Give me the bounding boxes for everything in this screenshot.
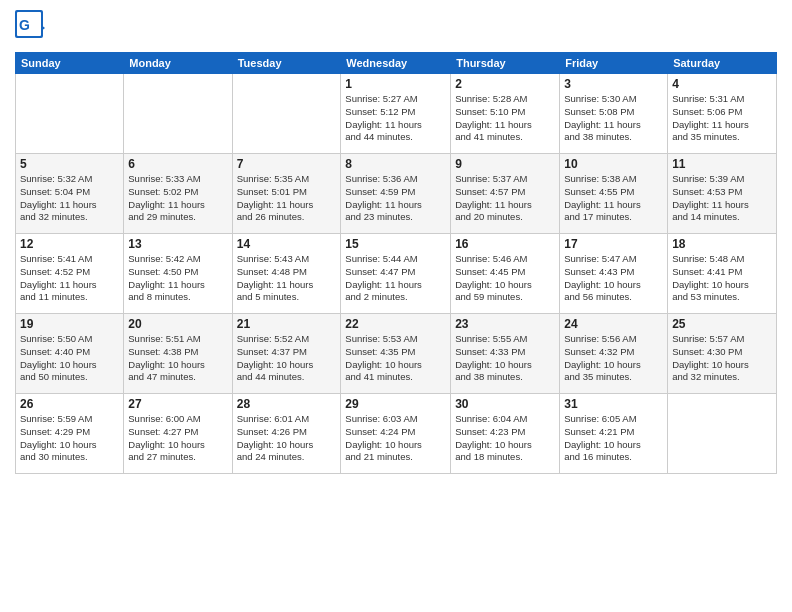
day-cell: 12Sunrise: 5:41 AM Sunset: 4:52 PM Dayli… (16, 234, 124, 314)
day-info: Sunrise: 5:42 AM Sunset: 4:50 PM Dayligh… (128, 253, 227, 304)
calendar-table: SundayMondayTuesdayWednesdayThursdayFrid… (15, 52, 777, 474)
day-number: 16 (455, 237, 555, 251)
header: G (15, 10, 777, 46)
day-info: Sunrise: 5:37 AM Sunset: 4:57 PM Dayligh… (455, 173, 555, 224)
day-number: 24 (564, 317, 663, 331)
day-number: 18 (672, 237, 772, 251)
day-cell: 20Sunrise: 5:51 AM Sunset: 4:38 PM Dayli… (124, 314, 232, 394)
day-number: 5 (20, 157, 119, 171)
day-number: 29 (345, 397, 446, 411)
day-info: Sunrise: 5:43 AM Sunset: 4:48 PM Dayligh… (237, 253, 337, 304)
header-day-friday: Friday (560, 53, 668, 74)
day-cell: 14Sunrise: 5:43 AM Sunset: 4:48 PM Dayli… (232, 234, 341, 314)
week-row-5: 26Sunrise: 5:59 AM Sunset: 4:29 PM Dayli… (16, 394, 777, 474)
day-info: Sunrise: 5:50 AM Sunset: 4:40 PM Dayligh… (20, 333, 119, 384)
day-info: Sunrise: 5:53 AM Sunset: 4:35 PM Dayligh… (345, 333, 446, 384)
day-cell: 16Sunrise: 5:46 AM Sunset: 4:45 PM Dayli… (451, 234, 560, 314)
week-row-2: 5Sunrise: 5:32 AM Sunset: 5:04 PM Daylig… (16, 154, 777, 234)
day-cell: 22Sunrise: 5:53 AM Sunset: 4:35 PM Dayli… (341, 314, 451, 394)
day-number: 27 (128, 397, 227, 411)
day-number: 11 (672, 157, 772, 171)
day-cell: 26Sunrise: 5:59 AM Sunset: 4:29 PM Dayli… (16, 394, 124, 474)
day-cell: 6Sunrise: 5:33 AM Sunset: 5:02 PM Daylig… (124, 154, 232, 234)
day-info: Sunrise: 5:56 AM Sunset: 4:32 PM Dayligh… (564, 333, 663, 384)
calendar-body: 1Sunrise: 5:27 AM Sunset: 5:12 PM Daylig… (16, 74, 777, 474)
day-info: Sunrise: 5:39 AM Sunset: 4:53 PM Dayligh… (672, 173, 772, 224)
day-number: 17 (564, 237, 663, 251)
day-cell: 5Sunrise: 5:32 AM Sunset: 5:04 PM Daylig… (16, 154, 124, 234)
day-info: Sunrise: 6:01 AM Sunset: 4:26 PM Dayligh… (237, 413, 337, 464)
day-number: 10 (564, 157, 663, 171)
day-cell: 13Sunrise: 5:42 AM Sunset: 4:50 PM Dayli… (124, 234, 232, 314)
day-number: 7 (237, 157, 337, 171)
header-row: SundayMondayTuesdayWednesdayThursdayFrid… (16, 53, 777, 74)
day-cell: 4Sunrise: 5:31 AM Sunset: 5:06 PM Daylig… (668, 74, 777, 154)
header-day-saturday: Saturday (668, 53, 777, 74)
day-cell: 21Sunrise: 5:52 AM Sunset: 4:37 PM Dayli… (232, 314, 341, 394)
day-number: 22 (345, 317, 446, 331)
day-info: Sunrise: 5:51 AM Sunset: 4:38 PM Dayligh… (128, 333, 227, 384)
day-info: Sunrise: 5:38 AM Sunset: 4:55 PM Dayligh… (564, 173, 663, 224)
day-number: 1 (345, 77, 446, 91)
week-row-3: 12Sunrise: 5:41 AM Sunset: 4:52 PM Dayli… (16, 234, 777, 314)
day-number: 31 (564, 397, 663, 411)
day-cell: 17Sunrise: 5:47 AM Sunset: 4:43 PM Dayli… (560, 234, 668, 314)
day-number: 13 (128, 237, 227, 251)
day-info: Sunrise: 5:47 AM Sunset: 4:43 PM Dayligh… (564, 253, 663, 304)
page-container: G SundayMondayTuesdayWednesdayThursdayFr… (0, 0, 792, 479)
day-number: 8 (345, 157, 446, 171)
day-info: Sunrise: 5:32 AM Sunset: 5:04 PM Dayligh… (20, 173, 119, 224)
day-info: Sunrise: 5:31 AM Sunset: 5:06 PM Dayligh… (672, 93, 772, 144)
day-info: Sunrise: 5:28 AM Sunset: 5:10 PM Dayligh… (455, 93, 555, 144)
day-number: 15 (345, 237, 446, 251)
day-cell: 29Sunrise: 6:03 AM Sunset: 4:24 PM Dayli… (341, 394, 451, 474)
day-info: Sunrise: 5:55 AM Sunset: 4:33 PM Dayligh… (455, 333, 555, 384)
day-info: Sunrise: 5:30 AM Sunset: 5:08 PM Dayligh… (564, 93, 663, 144)
day-cell: 31Sunrise: 6:05 AM Sunset: 4:21 PM Dayli… (560, 394, 668, 474)
day-info: Sunrise: 6:04 AM Sunset: 4:23 PM Dayligh… (455, 413, 555, 464)
day-cell: 19Sunrise: 5:50 AM Sunset: 4:40 PM Dayli… (16, 314, 124, 394)
header-day-sunday: Sunday (16, 53, 124, 74)
day-cell: 1Sunrise: 5:27 AM Sunset: 5:12 PM Daylig… (341, 74, 451, 154)
day-number: 2 (455, 77, 555, 91)
day-number: 26 (20, 397, 119, 411)
day-info: Sunrise: 6:03 AM Sunset: 4:24 PM Dayligh… (345, 413, 446, 464)
week-row-1: 1Sunrise: 5:27 AM Sunset: 5:12 PM Daylig… (16, 74, 777, 154)
day-number: 21 (237, 317, 337, 331)
day-number: 12 (20, 237, 119, 251)
day-info: Sunrise: 5:57 AM Sunset: 4:30 PM Dayligh… (672, 333, 772, 384)
day-cell: 2Sunrise: 5:28 AM Sunset: 5:10 PM Daylig… (451, 74, 560, 154)
day-number: 14 (237, 237, 337, 251)
day-info: Sunrise: 5:48 AM Sunset: 4:41 PM Dayligh… (672, 253, 772, 304)
day-info: Sunrise: 5:41 AM Sunset: 4:52 PM Dayligh… (20, 253, 119, 304)
day-info: Sunrise: 5:52 AM Sunset: 4:37 PM Dayligh… (237, 333, 337, 384)
header-day-wednesday: Wednesday (341, 53, 451, 74)
day-cell: 10Sunrise: 5:38 AM Sunset: 4:55 PM Dayli… (560, 154, 668, 234)
day-number: 30 (455, 397, 555, 411)
day-info: Sunrise: 5:44 AM Sunset: 4:47 PM Dayligh… (345, 253, 446, 304)
day-info: Sunrise: 5:46 AM Sunset: 4:45 PM Dayligh… (455, 253, 555, 304)
day-cell: 25Sunrise: 5:57 AM Sunset: 4:30 PM Dayli… (668, 314, 777, 394)
day-cell: 18Sunrise: 5:48 AM Sunset: 4:41 PM Dayli… (668, 234, 777, 314)
day-number: 4 (672, 77, 772, 91)
day-cell: 23Sunrise: 5:55 AM Sunset: 4:33 PM Dayli… (451, 314, 560, 394)
logo-icon: G (15, 10, 45, 46)
day-info: Sunrise: 5:27 AM Sunset: 5:12 PM Dayligh… (345, 93, 446, 144)
day-number: 6 (128, 157, 227, 171)
day-number: 19 (20, 317, 119, 331)
day-cell (232, 74, 341, 154)
day-info: Sunrise: 6:05 AM Sunset: 4:21 PM Dayligh… (564, 413, 663, 464)
day-info: Sunrise: 5:33 AM Sunset: 5:02 PM Dayligh… (128, 173, 227, 224)
day-cell: 27Sunrise: 6:00 AM Sunset: 4:27 PM Dayli… (124, 394, 232, 474)
header-day-thursday: Thursday (451, 53, 560, 74)
day-cell: 3Sunrise: 5:30 AM Sunset: 5:08 PM Daylig… (560, 74, 668, 154)
day-cell: 30Sunrise: 6:04 AM Sunset: 4:23 PM Dayli… (451, 394, 560, 474)
day-number: 25 (672, 317, 772, 331)
day-info: Sunrise: 5:35 AM Sunset: 5:01 PM Dayligh… (237, 173, 337, 224)
day-number: 28 (237, 397, 337, 411)
svg-text:G: G (19, 17, 30, 33)
header-day-monday: Monday (124, 53, 232, 74)
day-cell: 8Sunrise: 5:36 AM Sunset: 4:59 PM Daylig… (341, 154, 451, 234)
day-number: 23 (455, 317, 555, 331)
week-row-4: 19Sunrise: 5:50 AM Sunset: 4:40 PM Dayli… (16, 314, 777, 394)
